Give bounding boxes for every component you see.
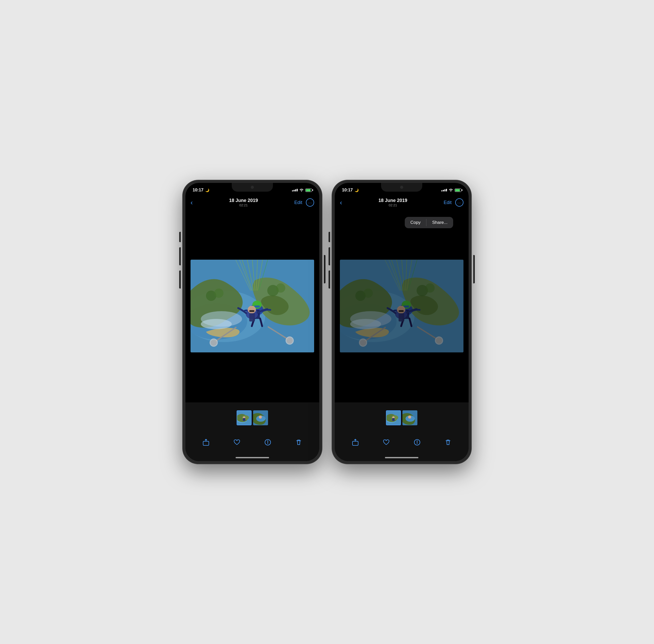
home-indicator-left — [185, 454, 319, 461]
wifi-icon-right — [448, 188, 453, 192]
thumb-2-left[interactable] — [253, 410, 268, 425]
power-button[interactable] — [324, 255, 325, 283]
more-button-left[interactable]: ··· — [306, 198, 314, 207]
home-bar-left — [236, 457, 269, 458]
nav-time-right: 02:21 — [378, 203, 407, 207]
svg-rect-31 — [190, 260, 314, 352]
nav-bar-left: ‹ 18 June 2019 02:21 Edit ··· — [185, 195, 319, 210]
svg-point-39 — [259, 415, 262, 419]
signal-icon-left — [292, 189, 298, 191]
status-icons-left — [292, 188, 312, 192]
share-button-left[interactable] — [202, 439, 210, 446]
battery-icon-left — [305, 188, 312, 192]
photo-right[interactable] — [340, 260, 464, 352]
status-time-left: 10:17 — [193, 187, 204, 193]
image-area-right: Copy Share... — [335, 210, 469, 402]
volume-down-button[interactable] — [179, 271, 181, 289]
filmstrip-right — [335, 402, 469, 433]
phone-left: 10:17 🌙 — [183, 180, 322, 464]
home-bar-right — [385, 457, 418, 458]
back-button-right[interactable]: ‹ — [340, 199, 342, 207]
svg-rect-40 — [203, 441, 209, 445]
delete-button-right[interactable] — [444, 439, 452, 446]
back-button-left[interactable]: ‹ — [190, 199, 193, 207]
filmstrip-left — [185, 402, 319, 433]
info-button-left[interactable] — [264, 439, 272, 446]
notch-left — [232, 183, 273, 192]
wifi-icon-left — [299, 188, 304, 192]
context-menu-right: Copy Share... — [405, 217, 453, 228]
camera-notch — [251, 186, 254, 189]
toolbar-left — [185, 433, 319, 454]
phone-screen-right: 10:17 🌙 — [335, 183, 469, 461]
like-button-right[interactable] — [382, 439, 390, 446]
phone-frame-right: 10:17 🌙 — [332, 180, 471, 464]
svg-rect-75 — [340, 260, 464, 352]
moon-icon-left: 🌙 — [205, 188, 209, 192]
phone-frame-left: 10:17 🌙 — [183, 180, 322, 464]
svg-point-87 — [417, 441, 417, 441]
share-context-button[interactable]: Share... — [426, 217, 453, 228]
image-area-left — [185, 210, 319, 402]
info-button-right[interactable] — [414, 439, 421, 446]
volume-up-button-right[interactable] — [329, 247, 330, 265]
moon-icon-right: 🌙 — [354, 188, 359, 192]
camera-notch-right — [400, 186, 403, 189]
mute-button[interactable] — [179, 232, 181, 242]
phone-screen-left: 10:17 🌙 — [185, 183, 319, 461]
svg-point-83 — [408, 415, 411, 419]
nav-title-left: 18 June 2019 02:21 — [229, 198, 258, 207]
signal-icon-right — [441, 189, 447, 191]
power-button-right[interactable] — [473, 255, 475, 283]
nav-time-left: 02:21 — [229, 203, 258, 207]
notch-right — [381, 183, 422, 192]
edit-button-right[interactable]: Edit — [444, 200, 452, 205]
svg-point-43 — [267, 441, 268, 441]
nav-actions-left: Edit ··· — [294, 198, 314, 207]
thumb-1-right[interactable] — [386, 410, 401, 425]
mute-button-right[interactable] — [329, 232, 330, 242]
svg-rect-36 — [243, 418, 245, 421]
status-time-right: 10:17 — [342, 187, 353, 193]
nav-date-left: 18 June 2019 — [229, 198, 258, 203]
copy-button[interactable]: Copy — [405, 217, 426, 228]
volume-down-button-right[interactable] — [329, 271, 330, 289]
like-button-left[interactable] — [233, 439, 240, 446]
home-indicator-right — [335, 454, 469, 461]
toolbar-right — [335, 433, 469, 454]
volume-up-button[interactable] — [179, 247, 181, 265]
edit-button-left[interactable]: Edit — [294, 200, 302, 205]
share-button-right[interactable] — [352, 439, 359, 446]
svg-rect-84 — [352, 441, 358, 445]
thumb-1-left[interactable] — [237, 410, 252, 425]
phone-right: 10:17 🌙 — [332, 180, 471, 464]
nav-date-right: 18 June 2019 — [378, 198, 407, 203]
photo-left[interactable] — [190, 260, 314, 352]
nav-bar-right: ‹ 18 June 2019 02:21 Edit ··· — [335, 195, 469, 210]
nav-actions-right: Edit ··· — [444, 198, 464, 207]
delete-button-left[interactable] — [295, 439, 302, 446]
more-button-right[interactable]: ··· — [455, 198, 464, 207]
nav-title-right: 18 June 2019 02:21 — [378, 198, 407, 207]
status-icons-right — [441, 188, 461, 192]
svg-rect-80 — [392, 418, 394, 421]
thumb-2-right[interactable] — [402, 410, 417, 425]
battery-icon-right — [455, 188, 461, 192]
